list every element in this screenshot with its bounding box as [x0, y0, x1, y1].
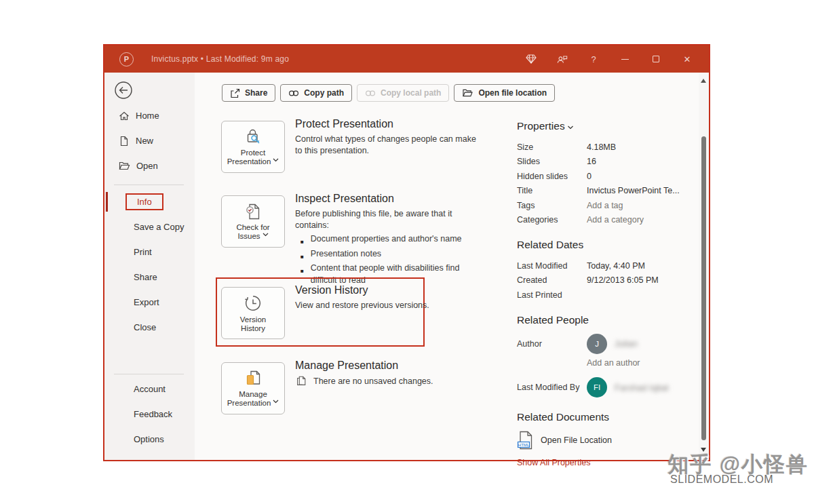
sidebar-item-save-a-copy[interactable]: Save a Copy [104, 214, 195, 239]
author-row: Author J Julian [517, 334, 705, 356]
property-label: Hidden slides [517, 172, 587, 181]
bullet-icon: ■ [301, 265, 304, 286]
bullet-icon: ■ [301, 251, 304, 263]
button-label: Presentation [227, 399, 279, 408]
button-label: History [241, 324, 265, 334]
section-title: Version History [295, 284, 492, 296]
inspect-bullet: ■Document properties and author's name [295, 233, 480, 248]
section-description: Before publishing this file, be aware th… [295, 208, 480, 231]
properties-heading[interactable]: Properties [517, 120, 705, 132]
sidebar-item-share[interactable]: Share [104, 265, 195, 290]
selection-indicator [106, 192, 108, 212]
property-value: 16 [587, 157, 596, 166]
related-documents-heading: Related Documents [517, 411, 705, 423]
property-row: TagsAdd a tag [517, 198, 705, 213]
quick-actions-toolbar: Share Copy path Copy local path Open fil… [222, 84, 555, 102]
scrollbar-thumb[interactable] [701, 136, 706, 440]
protect-presentation-button[interactable]: Protect Presentation [221, 121, 285, 173]
copy-path-button[interactable]: Copy path [280, 84, 352, 102]
maximize-button[interactable] [651, 54, 661, 64]
html-file-icon: HTML [517, 431, 535, 450]
version-history-button[interactable]: Version History [221, 287, 285, 339]
minimize-button[interactable] [619, 54, 630, 64]
watermark-slidemodel: SLIDEMODEL.COM [667, 473, 773, 486]
last-modified-by-row: Last Modified By FI Farshad Iqbal [517, 377, 705, 400]
button-label: Issues [237, 232, 268, 241]
author-name: Julian [615, 338, 638, 349]
button-label: Manage [239, 390, 267, 400]
sidebar-item-info[interactable]: Info [104, 189, 195, 214]
manage-presentation-button[interactable]: Manage Presentation [221, 362, 285, 414]
button-label: Share [245, 88, 267, 98]
powerpoint-backstage-window: P Invictus.pptx • Last Modified: 9m ago … [103, 44, 710, 461]
scroll-down-arrow[interactable] [701, 448, 706, 452]
protect-presentation-section: Protect Presentation Control what types … [295, 118, 492, 157]
close-button[interactable]: ✕ [682, 54, 693, 64]
open-file-location-button[interactable]: Open file location [454, 84, 555, 102]
sidebar-item-home[interactable]: Home [104, 103, 195, 128]
copy-local-path-button[interactable]: Copy local path [357, 84, 449, 102]
back-button[interactable] [114, 81, 133, 100]
version-history-icon [243, 293, 263, 313]
help-icon[interactable]: ? [588, 54, 599, 64]
last-modified-by-avatar: FI [587, 377, 607, 398]
info-highlight-annotation: Info [125, 193, 163, 210]
chevron-down-icon [263, 233, 269, 237]
sidebar-item-close[interactable]: Close [104, 315, 195, 340]
sidebar-item-new[interactable]: New [104, 128, 195, 153]
author-person[interactable]: J Julian [587, 334, 638, 354]
last-modified-by-name: Farshad Iqbal [615, 383, 669, 393]
sidebar-item-feedback[interactable]: Feedback [104, 402, 195, 427]
chevron-down-icon [273, 158, 279, 162]
button-label: Protect [241, 149, 265, 158]
property-label: Categories [517, 215, 587, 225]
sidebar-item-label: New [136, 136, 153, 146]
add-tag-field[interactable]: Add a tag [587, 201, 623, 210]
feedback-people-icon[interactable] [557, 54, 568, 64]
sidebar-item-label: Share [134, 272, 157, 282]
open-file-location-link[interactable]: HTML Open File Location [517, 431, 705, 450]
premium-gem-icon[interactable] [526, 54, 537, 64]
properties-panel: Properties Size4.18MB Slides16 Hidden sl… [517, 120, 705, 467]
sidebar-item-label: Print [134, 247, 152, 257]
property-row: Size4.18MB [517, 140, 705, 155]
chevron-down-icon [567, 125, 574, 130]
date-label: Created [517, 275, 587, 285]
folder-icon [462, 88, 473, 98]
author-avatar: J [587, 334, 607, 354]
info-pane: Share Copy path Copy local path Open fil… [195, 73, 709, 460]
check-for-issues-button[interactable]: Check for Issues [221, 195, 285, 248]
property-row: Slides16 [517, 155, 705, 170]
share-icon [230, 88, 240, 98]
sidebar-item-open[interactable]: Open [104, 153, 195, 178]
property-value[interactable]: Invictus PowerPoint Te... [587, 186, 680, 195]
inspect-document-icon [243, 202, 263, 221]
share-button[interactable]: Share [222, 84, 275, 102]
add-category-field[interactable]: Add a category [587, 215, 644, 225]
sidebar-item-print[interactable]: Print [104, 239, 195, 265]
add-author-field[interactable]: Add an author [587, 358, 640, 368]
link-icon [365, 89, 376, 98]
backstage-sidebar: Home New Open Info Save a Copy Print [104, 73, 195, 460]
vertical-scrollbar[interactable] [699, 73, 709, 460]
date-value: Today, 4:40 PM [587, 261, 645, 271]
unsaved-changes-status: There are no unsaved changes. [313, 376, 433, 386]
sidebar-item-options[interactable]: Options [104, 427, 195, 452]
property-row: TitleInvictus PowerPoint Te... [517, 184, 705, 199]
sidebar-divider [114, 374, 184, 374]
property-value: 0 [587, 172, 592, 181]
sidebar-item-export[interactable]: Export [104, 290, 195, 315]
titlebar: P Invictus.pptx • Last Modified: 9m ago … [104, 45, 709, 73]
open-folder-icon [119, 161, 130, 171]
button-label: Open file location [478, 88, 547, 98]
related-dates-heading: Related Dates [517, 239, 705, 251]
scroll-up-arrow[interactable] [701, 79, 706, 83]
svg-text:HTML: HTML [518, 443, 530, 447]
show-all-properties-link[interactable]: Show All Properties [517, 458, 705, 467]
section-title: Protect Presentation [295, 118, 492, 130]
property-label: Slides [517, 157, 587, 166]
property-row: CategoriesAdd a category [517, 213, 705, 228]
sidebar-item-account[interactable]: Account [104, 376, 195, 402]
last-modified-by-person[interactable]: FI Farshad Iqbal [587, 377, 669, 398]
property-value: 4.18MB [587, 142, 616, 152]
